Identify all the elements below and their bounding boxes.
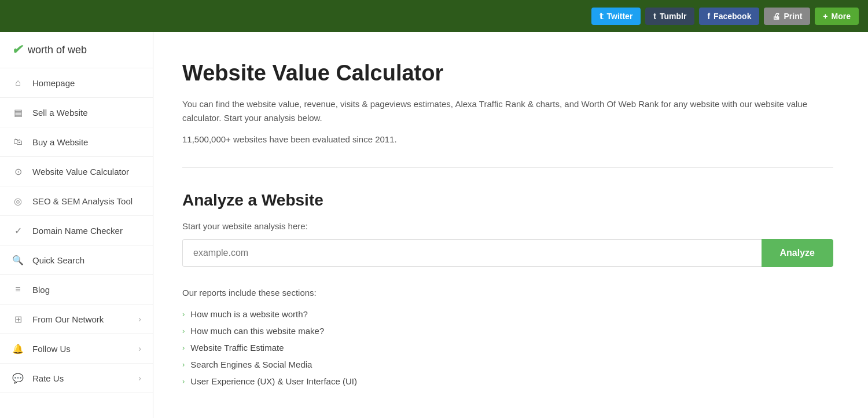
report-chevron-icon: › [182,310,185,318]
report-list-item: ›Website Traffic Estimate [182,339,833,356]
website-value-calculator-label: Website Value Calculator [32,167,129,177]
follow-us-icon: 🔔 [12,342,24,355]
rate-us-label: Rate Us [32,373,64,383]
print-button[interactable]: 🖨Print [764,8,810,25]
report-chevron-icon: › [182,327,185,335]
sidebar-item-from-our-network[interactable]: ⊞ From Our Network › [0,305,153,334]
more-icon: + [823,12,827,21]
analyze-section-title: Analyze a Website [182,191,833,210]
homepage-label: Homepage [32,78,75,88]
rate-us-chevron-icon: › [138,373,141,383]
reports-label: Our reports include these sections: [182,288,833,298]
twitter-icon: 𝕥 [599,12,604,21]
analyze-label: Start your website analysis here: [182,221,833,231]
tumblr-icon: t [653,12,656,21]
more-label: More [832,12,851,21]
blog-icon: ≡ [12,283,24,296]
report-item-text: How much is a website worth? [190,309,308,319]
facebook-label: Facebook [713,12,751,21]
rate-us-icon: 💬 [12,372,24,384]
report-chevron-icon: › [182,360,185,369]
buy-website-icon: 🛍 [12,135,24,148]
facebook-icon: f [707,12,710,21]
sidebar-item-quick-search[interactable]: 🔍 Quick Search [0,245,153,275]
quick-search-label: Quick Search [32,255,84,265]
website-value-calculator-icon: ⊙ [12,165,24,178]
sell-website-icon: ▤ [12,106,24,119]
page-description: You can find the website value, revenue,… [182,97,819,125]
analyze-button[interactable]: Analyze [762,239,833,267]
more-button[interactable]: +More [815,8,859,25]
report-item-text: Search Engines & Social Media [190,360,312,369]
from-our-network-label: From Our Network [32,314,104,324]
report-item-text: How much can this website make? [190,326,324,336]
sidebar-item-domain-name-checker[interactable]: ✓ Domain Name Checker [0,216,153,245]
seo-sem-tool-label: SEO & SEM Analysis Tool [32,196,133,206]
report-list-item: ›User Experience (UX) & User Interface (… [182,373,833,390]
quick-search-icon: 🔍 [12,254,24,266]
report-list-item: ›How much can this website make? [182,322,833,339]
print-label: Print [784,12,802,21]
buy-website-label: Buy a Website [32,137,88,147]
logo-text: worth of web [28,44,87,56]
url-input[interactable] [182,239,762,267]
report-list-item: ›How much is a website worth? [182,306,833,322]
sidebar-item-seo-sem-tool[interactable]: ◎ SEO & SEM Analysis Tool [0,186,153,216]
twitter-label: Twitter [607,12,633,21]
seo-sem-tool-icon: ◎ [12,195,24,207]
report-list-item: ›Search Engines & Social Media [182,356,833,373]
sell-website-label: Sell a Website [32,108,88,118]
report-item-text: User Experience (UX) & User Interface (U… [190,376,357,386]
follow-us-label: Follow Us [32,344,71,354]
top-bar: 𝕥TwittertTumblrfFacebook🖨Print+More [0,0,868,32]
report-chevron-icon: › [182,377,185,386]
tumblr-button[interactable]: tTumblr [645,8,694,25]
sidebar-item-website-value-calculator[interactable]: ⊙ Website Value Calculator [0,157,153,186]
stats-text: 11,500,000+ websites have been evaluated… [182,134,833,144]
sidebar: ✔ worth of web ⌂ Homepage ▤ Sell a Websi… [0,32,153,418]
sidebar-item-homepage[interactable]: ⌂ Homepage [0,68,153,98]
print-icon: 🖨 [772,12,780,21]
report-list: ›How much is a website worth?›How much c… [182,306,833,390]
logo-icon: ✔ [12,42,22,57]
sidebar-item-sell-website[interactable]: ▤ Sell a Website [0,98,153,127]
sidebar-item-rate-us[interactable]: 💬 Rate Us › [0,364,153,393]
follow-us-chevron-icon: › [138,344,141,353]
content-inner: Website Value Calculator You can find th… [153,32,868,418]
from-our-network-chevron-icon: › [138,314,141,324]
divider [182,167,833,168]
logo-area[interactable]: ✔ worth of web [0,32,153,68]
sidebar-item-follow-us[interactable]: 🔔 Follow Us › [0,334,153,364]
from-our-network-icon: ⊞ [12,313,24,325]
content-area: Website Value Calculator You can find th… [153,32,868,418]
report-chevron-icon: › [182,343,185,352]
main-layout: ✔ worth of web ⌂ Homepage ▤ Sell a Websi… [0,32,868,418]
homepage-icon: ⌂ [12,76,24,89]
domain-name-checker-icon: ✓ [12,224,24,237]
report-item-text: Website Traffic Estimate [190,343,284,353]
twitter-button[interactable]: 𝕥Twitter [591,8,641,25]
blog-label: Blog [32,285,50,295]
sidebar-item-buy-website[interactable]: 🛍 Buy a Website [0,127,153,157]
page-title: Website Value Calculator [182,61,833,86]
facebook-button[interactable]: fFacebook [699,8,759,25]
analyze-form: Analyze [182,239,833,267]
tumblr-label: Tumblr [660,12,686,21]
sidebar-item-blog[interactable]: ≡ Blog [0,275,153,305]
domain-name-checker-label: Domain Name Checker [32,226,123,236]
